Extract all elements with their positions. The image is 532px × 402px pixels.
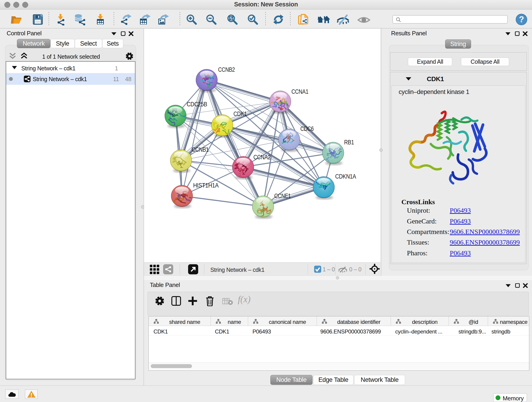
- svg-text:CCNB2: CCNB2: [218, 66, 235, 73]
- svg-text:CDC25B: CDC25B: [187, 101, 207, 108]
- svg-text:RB1: RB1: [344, 139, 354, 146]
- svg-text:CCNA1: CCNA1: [291, 88, 308, 95]
- svg-text:CCNE1: CCNE1: [274, 192, 291, 199]
- svg-text:CDC6: CDC6: [300, 125, 314, 132]
- svg-text:CCNA2: CCNA2: [253, 154, 271, 161]
- svg-text:CCNB1: CCNB1: [192, 146, 209, 153]
- svg-text:CDKN1A: CDKN1A: [335, 173, 356, 180]
- svg-text:HIST1H1A: HIST1H1A: [193, 182, 219, 189]
- svg-text:CDK1: CDK1: [234, 110, 247, 117]
